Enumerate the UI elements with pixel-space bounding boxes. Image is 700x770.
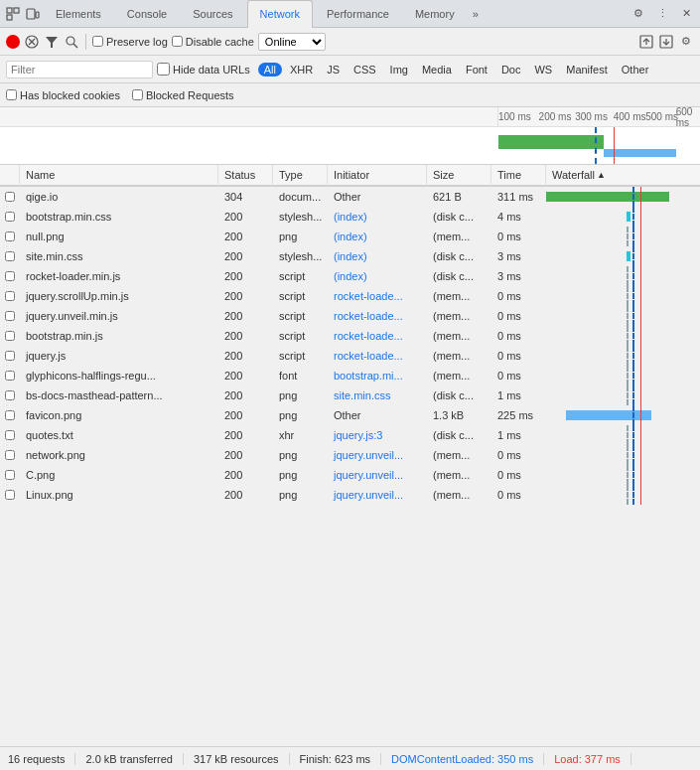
table-row[interactable]: C.png 200 png jquery.unveil... (mem... 0…: [0, 465, 700, 485]
type-btn-media[interactable]: Media: [416, 63, 458, 77]
initiator-link[interactable]: (index): [334, 231, 367, 242]
hide-data-urls-checkbox[interactable]: [157, 63, 170, 76]
network-settings-icon[interactable]: ⚙: [678, 34, 694, 50]
table-row[interactable]: Linux.png 200 png jquery.unveil... (mem.…: [0, 485, 700, 505]
record-button[interactable]: [6, 35, 20, 49]
filter-input[interactable]: [6, 61, 153, 78]
row-checkbox[interactable]: [5, 311, 15, 321]
type-btn-other[interactable]: Other: [616, 63, 655, 77]
row-checkbox[interactable]: [5, 192, 15, 202]
tab-network[interactable]: Network: [247, 0, 313, 28]
row-checkbox[interactable]: [5, 291, 15, 301]
tab-memory[interactable]: Memory: [403, 0, 467, 28]
wf-dom-line: [632, 485, 634, 505]
th-time[interactable]: Time: [491, 164, 546, 186]
table-row[interactable]: rocket-loader.min.js 200 script (index) …: [0, 266, 700, 286]
preserve-log-checkbox[interactable]: [92, 36, 103, 47]
type-btn-img[interactable]: Img: [384, 63, 414, 77]
more-options-icon[interactable]: ⋮: [652, 4, 672, 24]
table-row[interactable]: favicon.png 200 png Other 1.3 kB 225 ms: [0, 405, 700, 425]
row-waterfall: [546, 326, 700, 346]
table-row[interactable]: bootstrap.min.js 200 script rocket-loade…: [0, 326, 700, 346]
type-btn-css[interactable]: CSS: [348, 63, 382, 77]
th-name[interactable]: Name: [20, 164, 218, 186]
tab-performance[interactable]: Performance: [315, 0, 401, 28]
row-time: 311 ms: [491, 187, 546, 207]
filter-icon[interactable]: [44, 34, 60, 50]
tab-bar-left: Elements Console Sources Network Perform…: [4, 0, 483, 28]
th-waterfall[interactable]: Waterfall ▲: [546, 164, 700, 186]
clear-button[interactable]: [24, 34, 40, 50]
inspect-icon[interactable]: [4, 5, 22, 23]
settings-icon[interactable]: ⚙: [629, 4, 648, 24]
th-size[interactable]: Size: [427, 164, 491, 186]
table-row[interactable]: jquery.js 200 script rocket-loade... (me…: [0, 346, 700, 366]
table-row[interactable]: jquery.scrollUp.min.js 200 script rocket…: [0, 286, 700, 306]
row-checkbox[interactable]: [5, 470, 15, 480]
row-checkbox[interactable]: [5, 212, 15, 222]
row-checkbox[interactable]: [5, 371, 15, 381]
type-btn-doc[interactable]: Doc: [495, 63, 527, 77]
initiator-link[interactable]: bootstrap.mi...: [334, 370, 403, 382]
type-btn-all[interactable]: All: [258, 63, 282, 77]
hide-data-urls-label[interactable]: Hide data URLs: [157, 63, 250, 76]
tab-bar-right: ⚙ ⋮ ✕: [629, 4, 696, 24]
table-row[interactable]: network.png 200 png jquery.unveil... (me…: [0, 445, 700, 465]
row-checkbox[interactable]: [5, 390, 15, 400]
type-btn-font[interactable]: Font: [460, 63, 493, 77]
table-row[interactable]: site.min.css 200 stylesh... (index) (dis…: [0, 246, 700, 266]
disable-cache-checkbox[interactable]: [172, 36, 183, 47]
device-icon[interactable]: [24, 5, 42, 23]
th-status[interactable]: Status: [218, 164, 273, 186]
table-row[interactable]: null.png 200 png (index) (mem... 0 ms: [0, 227, 700, 246]
tab-console[interactable]: Console: [115, 0, 179, 28]
row-checkbox[interactable]: [5, 351, 15, 361]
type-btn-manifest[interactable]: Manifest: [560, 63, 614, 77]
initiator-link[interactable]: (index): [334, 270, 367, 282]
table-row[interactable]: bootstrap.min.css 200 stylesh... (index)…: [0, 207, 700, 227]
close-devtools-icon[interactable]: ✕: [676, 4, 696, 24]
tab-elements[interactable]: Elements: [44, 0, 113, 28]
th-type[interactable]: Type: [273, 164, 328, 186]
import-har-icon[interactable]: [638, 34, 654, 50]
blocked-cookies-label[interactable]: Has blocked cookies: [6, 89, 120, 101]
initiator-link[interactable]: rocket-loade...: [334, 310, 403, 322]
table-row[interactable]: quotes.txt 200 xhr jquery.js:3 (disk c..…: [0, 425, 700, 445]
throttle-select[interactable]: Online Fast 3G Slow 3G Offline: [258, 33, 326, 51]
table-row[interactable]: bs-docs-masthead-pattern... 200 png site…: [0, 385, 700, 405]
blocked-requests-label[interactable]: Blocked Requests: [132, 89, 234, 101]
row-checkbox[interactable]: [5, 231, 15, 241]
tab-sources[interactable]: Sources: [181, 0, 244, 28]
preserve-log-label[interactable]: Preserve log: [92, 36, 168, 48]
row-checkbox[interactable]: [5, 271, 15, 281]
type-btn-ws[interactable]: WS: [528, 63, 558, 77]
initiator-link[interactable]: jquery.unveil...: [334, 449, 403, 461]
table-row[interactable]: glyphicons-halflings-regu... 200 font bo…: [0, 366, 700, 385]
initiator-link[interactable]: rocket-loade...: [334, 330, 403, 342]
blocked-requests-checkbox[interactable]: [132, 89, 143, 100]
initiator-link[interactable]: jquery.unveil...: [334, 489, 403, 501]
search-icon[interactable]: [64, 34, 79, 50]
row-checkbox[interactable]: [5, 410, 15, 420]
initiator-link[interactable]: rocket-loade...: [334, 350, 403, 362]
table-row[interactable]: jquery.unveil.min.js 200 script rocket-l…: [0, 306, 700, 326]
row-checkbox[interactable]: [5, 490, 15, 500]
type-btn-xhr[interactable]: XHR: [284, 63, 319, 77]
initiator-link[interactable]: rocket-loade...: [334, 290, 403, 302]
disable-cache-label[interactable]: Disable cache: [172, 36, 254, 48]
initiator-link[interactable]: jquery.unveil...: [334, 469, 403, 481]
type-btn-js[interactable]: JS: [321, 63, 346, 77]
initiator-link[interactable]: jquery.js:3: [334, 429, 382, 441]
export-har-icon[interactable]: [658, 34, 674, 50]
row-checkbox[interactable]: [5, 430, 15, 440]
initiator-link[interactable]: (index): [334, 250, 367, 262]
tab-more[interactable]: »: [469, 6, 483, 22]
initiator-link[interactable]: site.min.css: [334, 389, 390, 401]
row-checkbox[interactable]: [5, 331, 15, 341]
row-checkbox[interactable]: [5, 251, 15, 261]
initiator-link[interactable]: (index): [334, 211, 367, 223]
table-row[interactable]: qige.io 304 docum... Other 621 B 311 ms: [0, 187, 700, 207]
row-checkbox[interactable]: [5, 450, 15, 460]
th-initiator[interactable]: Initiator: [328, 164, 427, 186]
blocked-cookies-checkbox[interactable]: [6, 89, 17, 100]
